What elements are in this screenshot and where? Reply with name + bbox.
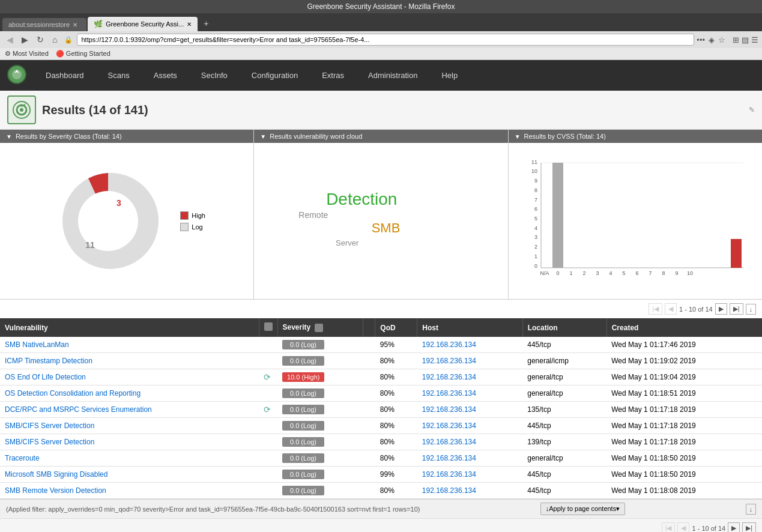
nav-assets[interactable]: Assets: [142, 64, 189, 87]
more-icon[interactable]: •••: [697, 35, 705, 44]
vuln-link[interactable]: OS Detection Consolidation and Reporting: [5, 389, 141, 397]
pagination-info-bottom: 1 - 10 of 14: [692, 525, 725, 532]
last-page-btn[interactable]: ▶|: [730, 303, 743, 315]
cell-created: Wed May 1 01:18:08 2019: [606, 483, 762, 499]
severity-badge: 0.0 (Log): [282, 470, 324, 479]
tab-close-icon[interactable]: ✕: [73, 22, 77, 28]
back-button[interactable]: ◀: [4, 34, 16, 46]
cell-severity: 0.0 (Log): [277, 353, 363, 369]
page-header-icon: [7, 95, 36, 124]
severity-badge: 0.0 (Log): [282, 388, 324, 398]
nav-scans[interactable]: Scans: [96, 64, 142, 87]
prev-page-btn[interactable]: ◀: [665, 303, 677, 315]
browser-tabs: about:sessionrestore ✕ 🌿 Greenbone Secur…: [0, 13, 762, 31]
sidebar-icon[interactable]: ▤: [742, 35, 749, 44]
vuln-link[interactable]: Traceroute: [5, 454, 40, 462]
cell-vuln: SMB/CIFS Server Detection: [0, 418, 259, 434]
download-bottom-btn[interactable]: ↓: [746, 504, 757, 515]
cell-sev-icon: [363, 337, 375, 353]
wordcloud-collapse-btn[interactable]: ▼: [260, 133, 266, 140]
new-tab-button[interactable]: +: [199, 16, 213, 31]
host-link[interactable]: 192.168.236.134: [422, 422, 476, 430]
cell-severity: 0.0 (Log): [277, 467, 363, 483]
vuln-link[interactable]: OS End Of Life Detection: [5, 373, 86, 381]
word-cloud-body: Detection SMB Remote Server: [254, 143, 507, 299]
vuln-link[interactable]: Microsoft SMB Signing Disabled: [5, 470, 107, 479]
vuln-link[interactable]: DCE/RPC and MSRPC Services Enumeration: [5, 405, 152, 414]
menu-icon[interactable]: ☰: [751, 35, 758, 44]
cell-sev-icon: [363, 450, 375, 467]
host-link[interactable]: 192.168.236.134: [422, 438, 476, 446]
pagination-info-top: 1 - 10 of 14: [679, 306, 713, 313]
charts-row: ▼ Results by Severity Class (Total: 14) …: [0, 130, 762, 300]
next-page-bottom-btn[interactable]: ▶: [728, 522, 740, 532]
first-page-btn[interactable]: |◀: [649, 303, 662, 315]
edit-icon[interactable]: ✎: [749, 106, 755, 114]
tab-session-restore[interactable]: about:sessionrestore ✕: [2, 18, 86, 31]
vuln-link[interactable]: ICMP Timestamp Detection: [5, 357, 92, 365]
col-icon-btn[interactable]: [264, 322, 273, 331]
vuln-link[interactable]: SMB Remote Version Detection: [5, 486, 106, 495]
col-location: Location: [522, 318, 606, 337]
tab-greenbone[interactable]: 🌿 Greenbone Security Assi... ✕: [88, 17, 198, 31]
svg-text:9: 9: [534, 178, 537, 184]
host-link[interactable]: 192.168.236.134: [422, 373, 476, 381]
legend-high-label: High: [192, 212, 205, 219]
cell-location: 445/tcp: [522, 467, 606, 483]
cell-qod: 80%: [375, 353, 417, 369]
severity-collapse-btn[interactable]: ▼: [6, 133, 12, 140]
svg-text:8: 8: [662, 270, 665, 276]
next-page-btn[interactable]: ▶: [715, 303, 727, 315]
bookmark-most-visited[interactable]: ⚙ Most Visited: [5, 50, 49, 58]
pocket-icon[interactable]: ◈: [709, 35, 715, 44]
cell-qod: 80%: [375, 369, 417, 385]
host-link[interactable]: 192.168.236.134: [422, 405, 476, 414]
nav-dashboard[interactable]: Dashboard: [34, 64, 96, 87]
nav-configuration[interactable]: Configuration: [240, 64, 310, 87]
nav-extras[interactable]: Extras: [310, 64, 356, 87]
first-page-bottom-btn[interactable]: |◀: [662, 522, 676, 532]
library-icon[interactable]: ⊞: [733, 35, 739, 44]
cvss-svg: 11 10 9 8 7 6 5 4 3 2 1 0: [524, 155, 746, 287]
vuln-link[interactable]: SMB/CIFS Server Detection: [5, 422, 94, 430]
browser-title: Greenbone Security Assistant - Mozilla F…: [307, 2, 455, 11]
cell-location: 445/tcp: [522, 418, 606, 434]
host-link[interactable]: 192.168.236.134: [422, 454, 476, 462]
url-bar[interactable]: [77, 34, 694, 46]
host-link[interactable]: 192.168.236.134: [422, 470, 476, 479]
cell-created: Wed May 1 01:19:02 2019: [606, 353, 762, 369]
svg-text:9: 9: [675, 270, 678, 276]
svg-point-4: [20, 108, 23, 112]
last-page-bottom-btn[interactable]: ▶|: [742, 522, 756, 532]
vuln-link[interactable]: SMB NativeLanMan: [5, 340, 69, 349]
severity-badge: 0.0 (Log): [282, 453, 324, 463]
apply-btn[interactable]: ↓Apply to page contents▾: [540, 503, 625, 515]
host-link[interactable]: 192.168.236.134: [422, 340, 476, 349]
severity-sort-icon[interactable]: [315, 324, 323, 332]
cell-location: 135/tcp: [522, 402, 606, 418]
forward-button[interactable]: ▶: [19, 34, 31, 46]
cvss-collapse-btn[interactable]: ▼: [515, 133, 521, 140]
nav-administration[interactable]: Administration: [356, 64, 429, 87]
host-link[interactable]: 192.168.236.134: [422, 486, 476, 495]
vuln-link[interactable]: SMB/CIFS Server Detection: [5, 438, 94, 446]
bookmark-getting-started[interactable]: 🔴 Getting Started: [56, 50, 110, 58]
download-btn[interactable]: ↓: [746, 304, 757, 315]
nav-secinfo[interactable]: SecInfo: [189, 64, 240, 87]
results-table: Vulnerability Severity QoD Host Location…: [0, 318, 762, 499]
cell-created: Wed May 1 01:18:51 2019: [606, 385, 762, 402]
host-link[interactable]: 192.168.236.134: [422, 389, 476, 397]
donut-legend: High Log: [180, 211, 205, 231]
legend-high-color: [180, 211, 189, 220]
cell-severity: 0.0 (Log): [277, 385, 363, 402]
svg-text:2: 2: [582, 270, 585, 276]
tab-close-icon[interactable]: ✕: [187, 21, 192, 28]
host-link[interactable]: 192.168.236.134: [422, 357, 476, 365]
home-button[interactable]: ⌂: [49, 34, 60, 46]
nav-help[interactable]: Help: [429, 64, 470, 87]
prev-page-bottom-btn[interactable]: ◀: [677, 522, 689, 532]
results-section: |◀ ◀ 1 - 10 of 14 ▶ ▶| ↓ Vulnerability S…: [0, 300, 762, 532]
reload-button[interactable]: ↻: [34, 34, 47, 46]
svg-text:2: 2: [534, 244, 537, 250]
bookmark-icon[interactable]: ☆: [718, 35, 725, 44]
